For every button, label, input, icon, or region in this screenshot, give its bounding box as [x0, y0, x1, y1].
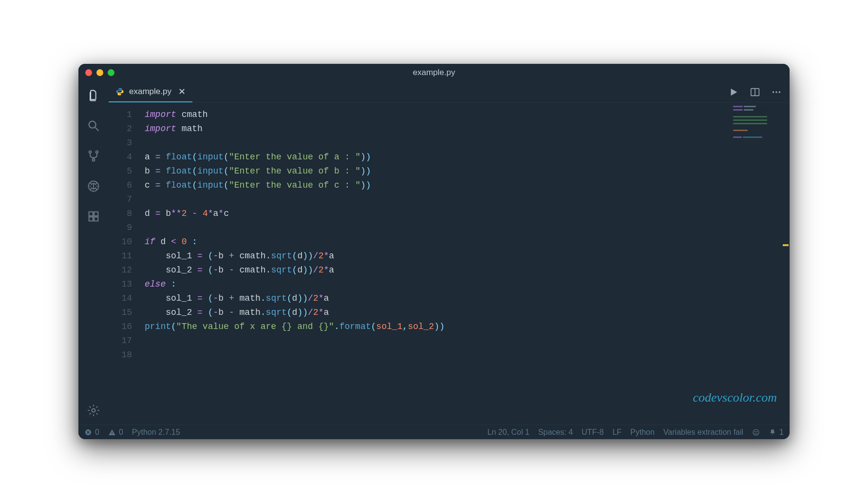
- editor-main-column: example.py ✕ 1234567891011121314151: [109, 81, 790, 425]
- svg-point-16: [775, 91, 777, 93]
- overview-ruler-marker: [783, 244, 789, 246]
- code-line[interactable]: sol_1 = (-b + math.sqrt(d))/2*a: [145, 291, 790, 306]
- svg-point-2: [89, 151, 92, 154]
- line-number: 18: [109, 348, 132, 362]
- more-actions-button[interactable]: [771, 87, 782, 97]
- line-number: 6: [109, 178, 132, 193]
- code-line[interactable]: print("The value of x are {} and {}".for…: [145, 320, 790, 334]
- code-line[interactable]: else :: [145, 277, 790, 291]
- code-line[interactable]: import math: [145, 122, 790, 136]
- status-feedback-icon[interactable]: [752, 428, 760, 436]
- tabs-row: example.py ✕: [109, 81, 790, 103]
- tab-filename: example.py: [129, 87, 171, 97]
- svg-point-4: [93, 159, 95, 161]
- code-line[interactable]: import cmath: [145, 108, 790, 122]
- line-number: 3: [109, 136, 132, 150]
- code-line[interactable]: sol_2 = (-b - cmath.sqrt(d))/2*a: [145, 263, 790, 277]
- code-line[interactable]: c = float(input("Enter the value of c : …: [145, 178, 790, 193]
- svg-point-3: [96, 151, 98, 154]
- editor-header-actions: [728, 81, 790, 102]
- source-control-icon[interactable]: [86, 149, 101, 163]
- code-content[interactable]: import cmathimport math a = float(input(…: [145, 103, 790, 425]
- status-warnings-count: 0: [119, 428, 123, 437]
- code-line[interactable]: a = float(input("Enter the value of a : …: [145, 150, 790, 164]
- line-number: 16: [109, 320, 132, 334]
- line-number: 8: [109, 207, 132, 221]
- settings-gear-icon[interactable]: [86, 403, 101, 418]
- line-number: 9: [109, 221, 132, 235]
- line-number: 4: [109, 150, 132, 164]
- line-number: 2: [109, 122, 132, 136]
- code-line[interactable]: [145, 348, 790, 362]
- window-close-button[interactable]: [85, 69, 92, 76]
- svg-point-15: [773, 91, 774, 93]
- code-line[interactable]: [145, 193, 790, 207]
- svg-rect-20: [112, 434, 112, 434]
- svg-rect-9: [94, 217, 98, 221]
- code-line[interactable]: [145, 221, 790, 235]
- line-number: 1: [109, 108, 132, 122]
- code-line[interactable]: sol_1 = (-b + cmath.sqrt(d))/2*a: [145, 249, 790, 263]
- line-number: 13: [109, 277, 132, 291]
- line-number: 17: [109, 334, 132, 348]
- status-language-mode[interactable]: Python: [630, 428, 655, 437]
- extensions-icon[interactable]: [86, 209, 101, 224]
- editor-area[interactable]: 123456789101112131415161718 import cmath…: [109, 103, 790, 425]
- code-line[interactable]: sol_2 = (-b - math.sqrt(d))/2*a: [145, 306, 790, 320]
- status-cursor-position[interactable]: Ln 20, Col 1: [488, 428, 529, 437]
- svg-rect-8: [89, 217, 93, 221]
- status-message[interactable]: Variables extraction fail: [663, 428, 743, 437]
- code-line[interactable]: [145, 334, 790, 348]
- svg-point-10: [92, 409, 95, 412]
- split-editor-button[interactable]: [750, 87, 760, 97]
- code-line[interactable]: if d < 0 :: [145, 235, 790, 249]
- window-maximize-button[interactable]: [108, 69, 114, 76]
- line-number-gutter: 123456789101112131415161718: [109, 103, 145, 425]
- code-line[interactable]: d = b**2 - 4*a*c: [145, 207, 790, 221]
- python-file-icon: [115, 87, 124, 96]
- watermark-text: codevscolor.com: [693, 390, 777, 405]
- line-number: 5: [109, 164, 132, 178]
- svg-point-17: [779, 91, 781, 93]
- status-errors-count: 0: [95, 428, 99, 437]
- svg-point-0: [89, 121, 96, 128]
- status-warnings[interactable]: 0: [108, 428, 123, 437]
- activity-bar: [78, 81, 109, 425]
- run-button[interactable]: [728, 87, 739, 97]
- svg-rect-6: [89, 212, 93, 216]
- window-minimize-button[interactable]: [96, 69, 103, 76]
- svg-line-1: [95, 128, 99, 131]
- svg-point-12: [121, 94, 121, 94]
- status-indentation[interactable]: Spaces: 4: [538, 428, 573, 437]
- editor-body: example.py ✕ 1234567891011121314151: [78, 81, 790, 425]
- code-line[interactable]: [145, 136, 790, 150]
- line-number: 14: [109, 291, 132, 306]
- status-errors[interactable]: 0: [84, 428, 99, 437]
- tab-example-py[interactable]: example.py ✕: [109, 81, 192, 102]
- status-bar: 0 0 Python 2.7.15 Ln 20, Col 1 Spaces: 4…: [78, 425, 790, 439]
- status-notifications[interactable]: 1: [769, 428, 784, 437]
- traffic-lights: [85, 69, 114, 76]
- status-interpreter[interactable]: Python 2.7.15: [132, 428, 180, 437]
- line-number: 7: [109, 193, 132, 207]
- svg-point-23: [756, 431, 757, 432]
- editor-window: example.py: [78, 64, 790, 439]
- line-number: 12: [109, 263, 132, 277]
- status-eol[interactable]: LF: [612, 428, 622, 437]
- line-number: 11: [109, 249, 132, 263]
- tab-close-icon[interactable]: ✕: [178, 86, 186, 97]
- svg-point-11: [118, 88, 119, 89]
- status-encoding[interactable]: UTF-8: [582, 428, 604, 437]
- search-icon[interactable]: [86, 118, 101, 133]
- debug-icon[interactable]: [86, 179, 101, 193]
- line-number: 15: [109, 306, 132, 320]
- svg-rect-19: [112, 431, 112, 433]
- code-line[interactable]: b = float(input("Enter the value of b : …: [145, 164, 790, 178]
- window-title: example.py: [413, 68, 455, 77]
- title-bar: example.py: [78, 64, 790, 81]
- svg-point-21: [753, 429, 759, 435]
- status-notifications-count: 1: [779, 428, 784, 437]
- explorer-icon[interactable]: [86, 88, 101, 103]
- svg-point-22: [755, 431, 755, 432]
- svg-rect-7: [94, 212, 98, 216]
